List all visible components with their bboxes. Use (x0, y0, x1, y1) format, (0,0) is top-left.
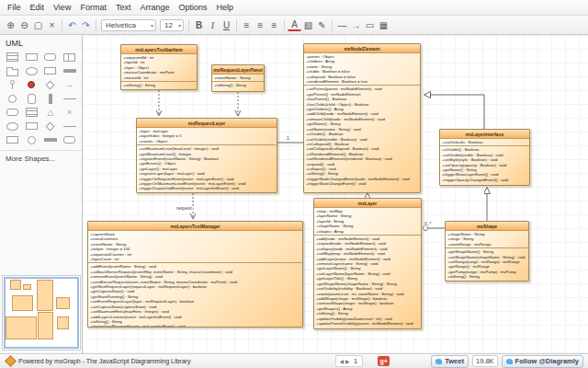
uml-attribute: +events : Object (139, 139, 275, 144)
uml-shape-circle[interactable] (22, 133, 41, 146)
outline-mini-class (38, 312, 53, 339)
uml-shape-line[interactable] (60, 120, 79, 132)
uml-class-mxRequestLayer[interactable]: mxRequestLayer+layer : mxLayer+layerInde… (136, 118, 277, 193)
uml-shape-diamond[interactable] (41, 120, 61, 132)
image-icon[interactable]: ▦ (377, 18, 390, 32)
more-shapes-button[interactable]: More Shapes... (0, 150, 82, 167)
menu-format[interactable]: Format (75, 3, 111, 12)
diamond-shape-icon (46, 80, 55, 89)
zoom-out-icon[interactable]: ⊖ (17, 18, 31, 32)
shape-palette: →△× (0, 50, 82, 147)
font-family-select[interactable]: Helvetica▾ (101, 19, 156, 31)
uml-shape-rect[interactable] (22, 51, 41, 63)
uml-shape-cyl[interactable] (22, 92, 41, 105)
uml-class-mxLayerInterface[interactable]: mxLayerInterface+useDefaults : Boolean+i… (439, 129, 530, 186)
uml-class-mxShape[interactable]: mxShape+shapeName : String+range : Strin… (445, 221, 529, 282)
uml-shape-class[interactable] (3, 51, 22, 63)
uml-shape-rect[interactable] (3, 133, 22, 146)
class-shape-icon (6, 52, 18, 62)
uml-attributes-section: +map : mxMap+layerName : String+layerId … (314, 208, 421, 236)
toolbar-separator (332, 19, 333, 31)
menu-options[interactable]: Options (174, 3, 211, 12)
uml-shape-x[interactable]: × (60, 106, 79, 119)
align-left-icon[interactable]: ≡ (240, 18, 254, 32)
outline-mini-class (6, 316, 37, 339)
font-color-icon[interactable]: A (288, 19, 301, 31)
uml-shape-round[interactable] (3, 106, 22, 119)
rect-shape-icon (6, 136, 18, 144)
round-shape-icon (44, 53, 56, 61)
bold-button[interactable]: B (192, 18, 206, 32)
twitter-bird-icon (435, 359, 442, 364)
uml-attributes-section: +shapeName : String+range : String+zoomR… (446, 231, 528, 248)
uml-class-mxRequestLayerPanel[interactable]: mxRequestLayerPanel+eventName : String+t… (211, 64, 265, 92)
fill-color-icon[interactable]: ▧ (301, 18, 315, 32)
uml-method: +toString() : String (214, 83, 262, 87)
uml-shape-round[interactable] (41, 51, 61, 63)
uml-methods-section: +add(node : mxNodeElement) : void+expand… (314, 236, 421, 327)
edge-realize[interactable] (424, 95, 484, 129)
round-shape-icon (63, 136, 75, 144)
uml-class-mxLayersToolbarItem[interactable]: mxLayersToolbarItem+requestedId : int+la… (120, 44, 198, 90)
uml-shape-tri[interactable]: △ (41, 106, 61, 119)
uml-shape-package[interactable] (3, 64, 22, 77)
diagram-canvas[interactable]: request10..* mxLayersToolbarItem+request… (83, 35, 588, 353)
circle-shape-icon (8, 95, 17, 103)
uml-shape-class[interactable] (22, 106, 41, 119)
delete-icon[interactable]: × (45, 18, 59, 32)
font-size-select[interactable]: 12▾ (160, 19, 184, 31)
uml-shape-ellipse[interactable] (3, 120, 22, 132)
twitter-bird-icon (506, 359, 513, 364)
tweet-count-badge: 19.8K (472, 355, 498, 367)
line-color-icon[interactable]: ✎ (315, 18, 329, 32)
arrow-icon[interactable]: → (349, 18, 363, 32)
uml-shape-barv[interactable] (41, 92, 61, 105)
menu-help[interactable]: Help (211, 3, 238, 12)
align-right-icon[interactable]: ≡ (267, 18, 281, 32)
uml-class-mxLayersToolManager[interactable]: mxLayersToolManager+captureState+eventLi… (87, 221, 303, 328)
uml-class-mxNodeElement[interactable]: mxNodeElement+parent : Object+children :… (303, 43, 421, 193)
uml-shape-rect[interactable] (22, 120, 41, 132)
zoom-fit-icon[interactable]: ▢ (31, 18, 45, 32)
uml-shape-reddot[interactable] (22, 78, 41, 91)
rectangle-icon[interactable]: ▭ (363, 18, 377, 32)
toolbar-separator (96, 19, 96, 31)
sidebar-section-uml[interactable]: UML (0, 35, 82, 50)
undo-icon[interactable]: ↶ (65, 18, 79, 32)
uml-shape-line[interactable] (60, 92, 79, 105)
uml-shape-ellipse[interactable] (22, 64, 41, 77)
italic-button[interactable]: I (206, 18, 220, 32)
uml-class-mxLayer[interactable]: mxLayer+map : mxMap+layerName : String+l… (313, 198, 422, 329)
tweet-button[interactable]: Tweet (431, 355, 469, 368)
follow-button[interactable]: Follow @Diagramly (502, 355, 583, 368)
next-page-button[interactable]: ▶ (345, 358, 350, 364)
underline-button[interactable]: U (220, 18, 233, 32)
uml-shape-barh[interactable] (41, 133, 61, 146)
menu-text[interactable]: Text (111, 3, 136, 12)
redo-icon[interactable]: ↷ (79, 18, 93, 32)
menu-edit[interactable]: Edit (26, 3, 50, 12)
zoom-in-icon[interactable]: ⊕ (4, 18, 17, 32)
menu-view[interactable]: View (49, 3, 75, 12)
rect-shape-icon (26, 53, 38, 61)
uml-shape-arrow[interactable]: → (60, 78, 79, 91)
uml-shape-rect[interactable] (41, 64, 61, 77)
uml-shape-circle[interactable] (3, 92, 22, 105)
align-center-icon[interactable]: ≡ (254, 18, 267, 32)
uml-shape-hdiv[interactable] (60, 51, 79, 63)
google-plus-button[interactable]: g+ (378, 356, 390, 366)
uml-shape-barh[interactable] (60, 64, 79, 77)
outline-preview (3, 276, 80, 350)
prev-page-button[interactable]: ◀ (339, 358, 344, 364)
line-shape-icon (63, 126, 76, 127)
uml-shape-round[interactable] (60, 133, 79, 146)
uml-methods-section: +addEvent(eventName : String) : void+cal… (88, 263, 302, 328)
uml-shape-diamond[interactable] (41, 78, 61, 91)
line-icon[interactable]: — (335, 18, 349, 32)
menu-file[interactable]: File (3, 3, 26, 12)
uml-attribute: +shapes : Array (316, 229, 419, 234)
menu-arrange[interactable]: Arrange (135, 3, 174, 12)
uml-class-title: mxLayersToolbarItem (121, 45, 197, 54)
uml-shape-actor[interactable] (3, 78, 22, 91)
menubar: FileEditViewFormatTextArrangeOptionsHelp (0, 0, 588, 16)
